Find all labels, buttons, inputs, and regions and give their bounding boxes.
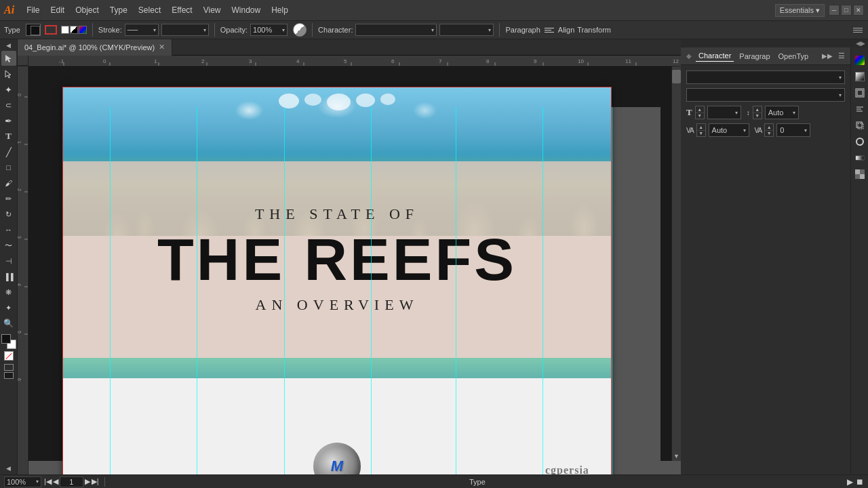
page-next-btn[interactable]: ▶ [85,477,90,486]
align-icon[interactable] [543,24,555,36]
align-panel-icon[interactable] [852,102,867,117]
tracking-up-btn[interactable]: ▲ ▼ [764,123,774,137]
character-style-dropdown[interactable]: ▾ [439,24,494,36]
paintbrush-tool[interactable]: 🖌 [1,176,16,190]
page-first-btn[interactable]: |◀ [44,477,52,486]
line-tool[interactable]: ╱ [1,144,16,159]
svg-text:3: 3 [249,58,252,64]
lasso-tool[interactable]: ⊂ [1,98,16,113]
zoom-tool[interactable]: 🔍 [1,316,16,331]
gradient-panel-icon[interactable] [852,150,867,165]
paragraph-tab[interactable]: Paragrap [736,51,772,62]
swatch-options[interactable] [61,26,87,34]
screen-mode-icons[interactable] [4,364,14,379]
rotate-tool[interactable]: ↻ [1,207,16,222]
none-fill-icon[interactable] [4,351,14,361]
svg-text:9: 9 [534,58,537,64]
mirror-tool[interactable]: ↔ [1,222,16,237]
toolbar-collapse-bottom[interactable]: ◀ [1,465,16,472]
menu-help[interactable]: Help [266,0,294,20]
status-play-icon[interactable]: ▶ [847,477,853,487]
pen-tool[interactable]: ✒ [1,113,16,128]
document-tab-close[interactable]: ✕ [159,43,165,52]
character-panel-body: ▾ ▾ T ▲ [681,65,850,142]
menu-object[interactable]: Object [70,0,104,20]
panel-options-icon[interactable]: ☰ [838,52,845,60]
leading-input[interactable]: Auto ▾ [765,106,799,119]
minimize-btn[interactable]: ─ [829,5,840,16]
zoom-input[interactable]: 100% ▾ [4,476,41,487]
svg-text:6: 6 [18,378,22,381]
eyedropper-tool[interactable]: ✦ [1,300,16,315]
width-tool[interactable]: ⊣ [1,253,16,268]
transform-panel-icon[interactable] [852,118,867,133]
scroll-down-btn[interactable]: ▼ [672,451,681,461]
direct-selection-tool[interactable] [1,66,16,81]
opentype-tab[interactable]: OpenTyp [776,51,812,62]
pencil-tool[interactable]: ✏ [1,191,16,206]
toolbar: Type Stroke: ── ▾ ▾ Opacity: 100% ▾ Char… [0,20,868,39]
paragraph-label[interactable]: Paragraph [505,26,540,34]
align-label[interactable]: Align [558,26,574,34]
restore-btn[interactable]: □ [841,5,852,16]
svg-rect-47 [856,122,862,127]
warp-tool[interactable]: 〜 [1,238,16,253]
tracking-input[interactable]: 0 ▾ [776,123,810,137]
menu-view[interactable]: View [198,0,226,20]
font-size-input[interactable]: ▾ [707,106,741,119]
fill-swatch[interactable] [26,24,41,36]
rect-tool[interactable]: □ [1,160,16,175]
page-prev-btn[interactable]: ◀ [53,477,58,486]
kerning-value: Auto [712,126,743,134]
stroke-swatch[interactable] [45,25,57,35]
character-font-dropdown[interactable]: ▾ [355,24,437,36]
character-panel-diamond: ◆ [686,52,692,60]
character-tab[interactable]: Character [696,50,734,62]
stroke-weight-input[interactable]: ── ▾ [125,24,159,36]
status-right: ▶ ⏹ [847,477,864,487]
appearance-icon[interactable] [852,85,867,100]
tracking-value: 0 [780,126,804,134]
page-last-btn[interactable]: ▶| [92,477,99,486]
column-graph-tool[interactable]: ▐▐ [1,269,16,284]
gradient-icon[interactable] [852,69,867,84]
menu-window[interactable]: Window [226,0,266,20]
menu-effect[interactable]: Effect [166,0,197,20]
stroke-panel-icon[interactable] [852,134,867,149]
status-stop-icon[interactable]: ⏹ [856,477,864,487]
font-name-dropdown[interactable]: ▾ [686,70,845,84]
kerning-dropdown[interactable]: Auto ▾ [709,123,749,137]
kerning-up-btn[interactable]: ▲ ▼ [696,123,706,137]
page-input[interactable]: 1 [60,476,83,487]
character-panel-header: ◆ Character Paragrap OpenTyp ▶▶ ☰ [681,47,850,65]
menu-type[interactable]: Type [104,0,133,20]
vertical-scrollbar[interactable]: ▼ [671,66,681,461]
stroke-value[interactable]: ▾ [161,24,209,36]
opacity-input[interactable]: 100% ▾ [250,24,288,36]
canvas-scroll[interactable]: THE STATE OF THE REEFS AN OVERVIEW M [28,66,681,474]
toolbar-collapse-top[interactable]: ◀ [1,42,16,49]
leading-up-btn[interactable]: ▲ ▼ [753,106,762,119]
blending-icon[interactable] [293,23,307,37]
close-btn[interactable]: ✕ [853,5,864,16]
toolbar-options-icon[interactable] [852,24,864,36]
panel-expand-icon[interactable]: ◀▶ [856,40,865,47]
menu-select[interactable]: Select [133,0,166,20]
magic-wand-tool[interactable]: ✦ [1,82,16,97]
selection-tool[interactable] [1,51,16,66]
workspace-dropdown[interactable]: Essentials ▾ [775,4,825,17]
menu-edit[interactable]: Edit [45,0,70,20]
type-tool[interactable]: T [1,129,16,144]
app-logo: Ai [4,4,14,16]
svg-text:7: 7 [439,58,442,64]
transform-label[interactable]: Transform [577,26,611,34]
font-style-dropdown[interactable]: ▾ [686,88,845,102]
color-picker-icon[interactable] [852,53,867,68]
transparency-icon[interactable] [852,167,867,182]
menu-file[interactable]: File [21,0,45,20]
document-tab[interactable]: 04_Begin.ai* @ 100% (CMYK/Preview) ✕ [18,39,172,56]
color-swatches[interactable] [1,334,16,349]
symbol-tool[interactable]: ❋ [1,285,16,300]
size-up-btn[interactable]: ▲ ▼ [695,106,705,119]
panel-menu-icon[interactable]: ▶▶ [822,52,833,60]
